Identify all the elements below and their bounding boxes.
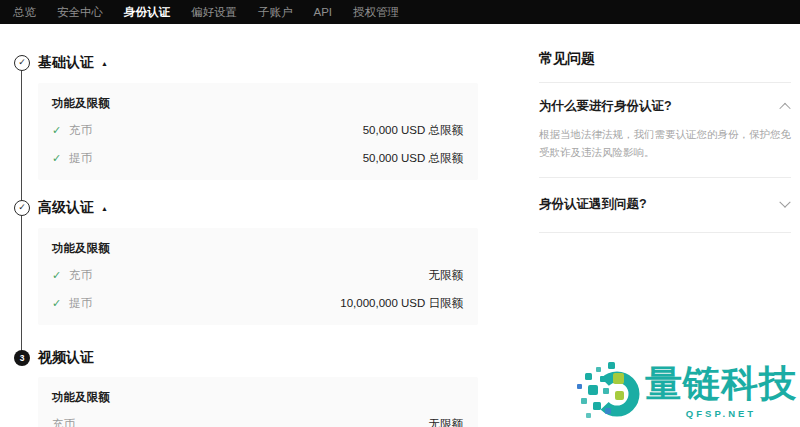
faq-question-text: 为什么要进行身份认证? [539, 98, 672, 115]
top-nav: 总览 安全中心 身份认证 偏好设置 子账户 API 授权管理 [0, 0, 800, 24]
check-icon: ✓ [52, 269, 69, 282]
limit-row-value: 50,000 USD 总限额 [363, 151, 463, 166]
identity-verification-page: 总览 安全中心 身份认证 偏好设置 子账户 API 授权管理 ✓ 基础认证 ▲ … [0, 0, 800, 427]
nav-item-api[interactable]: API [314, 6, 333, 18]
nav-item-identity-verification[interactable]: 身份认证 [124, 5, 170, 20]
faq-panel: 常见问题 为什么要进行身份认证? 根据当地法律法规，我们需要认证您的身份，保护您… [539, 50, 791, 68]
collapse-arrow-icon[interactable]: ▲ [101, 205, 108, 212]
limit-row-label: 提币 [69, 151, 92, 166]
section-title: 视频认证 [38, 349, 94, 367]
limit-row-label: 充币 [52, 417, 75, 427]
section-title: 高级认证 [38, 199, 94, 217]
faq-answer-text: 根据当地法律法规，我们需要认证您的身份，保护您免受欺诈及违法风险影响。 [539, 125, 793, 161]
limit-row-value: 无限额 [429, 268, 464, 283]
brand-logo-icon [577, 361, 641, 425]
divider [539, 232, 791, 233]
limit-row-label: 充币 [69, 123, 92, 138]
limit-row-value: 无限额 [429, 417, 464, 427]
nav-item-overview[interactable]: 总览 [13, 5, 36, 20]
limits-card-header: 功能及限额 [52, 390, 463, 405]
brand-watermark: 量链科技 QFSP.NET [577, 361, 797, 425]
limit-row-withdrawal: ✓ 提币 50,000 USD 总限额 [52, 151, 463, 166]
section-video-verification-header: 3 视频认证 [14, 350, 94, 366]
faq-title: 常见问题 [539, 50, 791, 68]
collapse-arrow-icon[interactable]: ▲ [101, 60, 108, 67]
advanced-verification-limits-card: 功能及限额 ✓ 充币 无限额 ✓ 提币 10,000,000 USD 日限额 [38, 228, 478, 325]
nav-item-subaccounts[interactable]: 子账户 [258, 5, 293, 20]
limits-card-header: 功能及限额 [52, 241, 463, 256]
nav-item-authorization[interactable]: 授权管理 [353, 5, 399, 20]
brand-domain: QFSP.NET [686, 408, 756, 419]
chevron-down-icon[interactable] [779, 196, 790, 207]
section-basic-verification-header: ✓ 基础认证 ▲ [14, 55, 108, 71]
limit-row-deposit: ✓ 充币 无限额 [52, 268, 463, 283]
step-number-circle-icon: 3 [14, 350, 30, 366]
check-icon: ✓ [52, 124, 69, 137]
section-advanced-verification-header: ✓ 高级认证 ▲ [14, 200, 108, 216]
basic-verification-limits-card: 功能及限额 ✓ 充币 50,000 USD 总限额 ✓ 提币 50,000 US… [38, 83, 478, 180]
chevron-up-icon[interactable] [779, 102, 790, 113]
limit-row-label: 提币 [69, 296, 92, 311]
limit-row-label: 充币 [69, 268, 92, 283]
faq-question-verification-problems[interactable]: 身份认证遇到问题? [539, 196, 791, 213]
limits-card-header: 功能及限额 [52, 96, 463, 111]
limit-row-deposit: 充币 无限额 [52, 417, 463, 427]
faq-question-text: 身份认证遇到问题? [539, 196, 647, 213]
check-icon: ✓ [52, 152, 69, 165]
nav-item-security-center[interactable]: 安全中心 [57, 5, 103, 20]
section-title: 基础认证 [38, 54, 94, 72]
check-icon: ✓ [52, 297, 69, 310]
divider [539, 82, 791, 83]
limit-row-value: 50,000 USD 总限额 [363, 123, 463, 138]
brand-name: 量链科技 [645, 361, 797, 407]
divider [539, 177, 791, 178]
faq-question-why-verify[interactable]: 为什么要进行身份认证? [539, 98, 791, 115]
limit-row-value: 10,000,000 USD 日限额 [340, 296, 463, 311]
brand-text-block: 量链科技 QFSP.NET [645, 361, 797, 419]
video-verification-limits-card: 功能及限额 充币 无限额 [38, 377, 478, 427]
limit-row-deposit: ✓ 充币 50,000 USD 总限额 [52, 123, 463, 138]
completed-check-circle-icon: ✓ [14, 200, 30, 216]
completed-check-circle-icon: ✓ [14, 55, 30, 71]
nav-item-preferences[interactable]: 偏好设置 [191, 5, 237, 20]
limit-row-withdrawal: ✓ 提币 10,000,000 USD 日限额 [52, 296, 463, 311]
